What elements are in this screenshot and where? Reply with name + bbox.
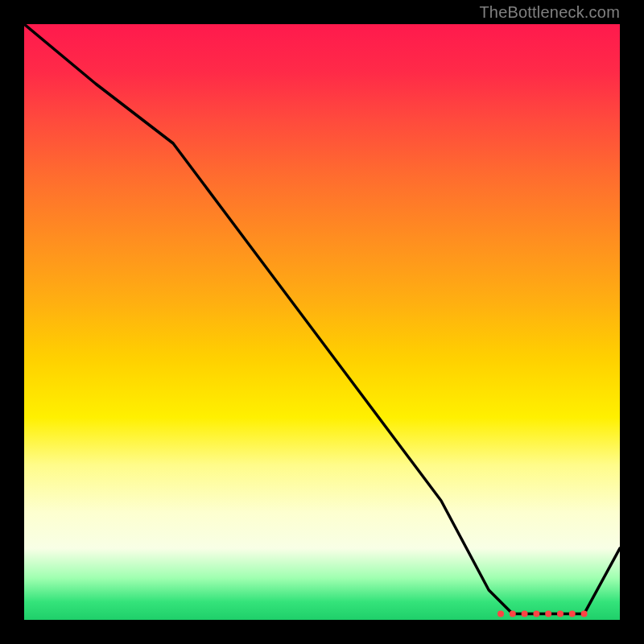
watermark-text: TheBottleneck.com <box>479 3 620 22</box>
chart-overlay <box>24 24 620 620</box>
baseline-marker <box>581 611 588 617</box>
baseline-marker <box>557 611 564 617</box>
plot-area <box>24 24 620 620</box>
baseline-marker <box>522 611 528 617</box>
chart-frame: TheBottleneck.com <box>0 0 644 644</box>
baseline-marker <box>533 611 539 617</box>
baseline-marker <box>569 611 576 617</box>
baseline-marker <box>545 611 551 617</box>
baseline-marker <box>497 611 504 617</box>
curve-line <box>24 24 620 614</box>
baseline-marker <box>510 611 516 617</box>
